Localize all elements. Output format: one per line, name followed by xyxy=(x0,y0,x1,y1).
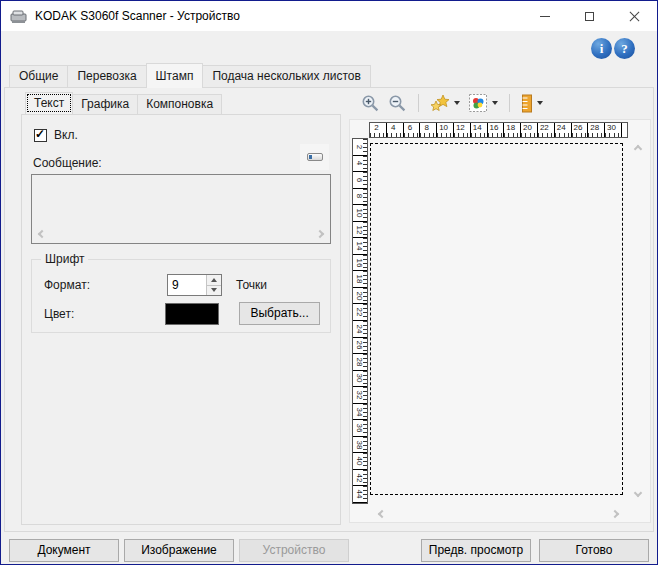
format-spin-buttons xyxy=(206,275,221,295)
ruler-cell: 34 xyxy=(353,404,367,421)
ruler-cell: 12 xyxy=(454,123,471,137)
ruler-icon xyxy=(521,94,533,113)
ruler-cell: 24 xyxy=(555,123,572,137)
enable-checkbox[interactable] xyxy=(34,129,47,142)
help-icon[interactable]: ? xyxy=(614,38,635,59)
vertical-ruler: 2468101214161820222426283032343638404244 xyxy=(352,138,368,504)
tab-general[interactable]: Общие xyxy=(9,65,68,87)
ruler-cell: 8 xyxy=(353,189,367,206)
ruler-cell: 14 xyxy=(471,123,488,137)
scroll-right-button[interactable] xyxy=(313,227,327,241)
scroll-left-button[interactable] xyxy=(35,227,49,241)
device-tabstrip: Общие Перевозка Штамп Подача нескольких … xyxy=(9,65,370,88)
units-ruler-button[interactable] xyxy=(517,92,547,115)
image-button[interactable]: Изображение xyxy=(124,539,234,562)
title-bar: KODAK S3060f Scanner - Устройство xyxy=(1,1,657,31)
preview-source-button[interactable] xyxy=(464,92,502,115)
message-horizontal-scrollbar[interactable] xyxy=(33,227,329,242)
document-button[interactable]: Документ xyxy=(9,539,119,562)
preview-button[interactable]: Предв. просмотр xyxy=(421,539,531,562)
done-button[interactable]: Готово xyxy=(539,539,649,562)
ruler-cell: 20 xyxy=(521,123,538,137)
ruler-cell: 30 xyxy=(353,371,367,388)
ruler-cell: 20 xyxy=(353,288,367,305)
tab-stamp[interactable]: Штамп xyxy=(146,63,204,88)
enable-label: Вкл. xyxy=(54,128,78,142)
zoom-in-button[interactable] xyxy=(357,92,384,115)
enable-row: Вкл. xyxy=(34,128,78,142)
format-label: Формат: xyxy=(44,278,167,292)
maximize-icon xyxy=(585,12,594,21)
choose-color-button[interactable]: Выбрать... xyxy=(239,302,320,325)
minimize-button[interactable] xyxy=(522,1,567,31)
color-row: Цвет: Выбрать... xyxy=(44,302,320,325)
zoom-out-icon xyxy=(388,94,407,113)
arrow-up-icon xyxy=(211,278,217,282)
tab-text[interactable]: Текст xyxy=(25,92,73,114)
ruler-cell: 16 xyxy=(353,255,367,272)
chevron-down-icon xyxy=(492,101,498,105)
spin-down-button[interactable] xyxy=(207,285,221,296)
ruler-cell: 28 xyxy=(588,123,605,137)
chevron-right-icon xyxy=(611,510,619,518)
format-spinner xyxy=(167,274,222,296)
ruler-cell: 26 xyxy=(353,338,367,355)
message-options-button[interactable] xyxy=(300,144,329,170)
scroll-down-button[interactable] xyxy=(631,486,645,500)
chevron-right-icon xyxy=(316,230,324,238)
scroll-up-button[interactable] xyxy=(631,142,645,156)
device-button[interactable]: Устройство xyxy=(239,539,349,562)
chevron-down-icon xyxy=(537,101,543,105)
stamp-selection-rect[interactable] xyxy=(370,143,623,495)
scroll-right-button[interactable] xyxy=(608,507,622,521)
tab-layout[interactable]: Компоновка xyxy=(137,94,222,114)
arrow-down-icon xyxy=(211,288,217,292)
ruler-cell: 4 xyxy=(387,123,404,137)
ruler-cell: 24 xyxy=(353,321,367,338)
window-controls xyxy=(522,1,657,31)
tab-multifeed[interactable]: Подача нескольких листов xyxy=(202,65,370,87)
stamp-presets-button[interactable] xyxy=(426,92,464,115)
stamp-inner-tabstrip: Текст Графика Компоновка xyxy=(25,94,221,115)
ruler-cell: 18 xyxy=(353,271,367,288)
chevron-down-icon xyxy=(634,489,642,497)
message-label: Сообщение: xyxy=(33,156,102,170)
ruler-cell: 40 xyxy=(353,453,367,470)
spin-up-button[interactable] xyxy=(207,275,221,285)
field-button-icon xyxy=(307,153,323,161)
ruler-cell: 10 xyxy=(353,205,367,222)
ruler-cell: 4 xyxy=(353,156,367,173)
ruler-cell: 44 xyxy=(353,486,367,503)
chevron-left-icon xyxy=(378,510,386,518)
preview-horizontal-scrollbar[interactable] xyxy=(369,506,628,522)
ruler-cell: 2 xyxy=(353,139,367,156)
ruler-cell: 42 xyxy=(353,470,367,487)
preview-toolbar xyxy=(357,91,547,115)
ruler-cell: 28 xyxy=(353,354,367,371)
maximize-button[interactable] xyxy=(567,1,612,31)
chevron-down-icon xyxy=(454,101,460,105)
preview-canvas[interactable] xyxy=(369,138,628,504)
format-units-label: Точки xyxy=(236,278,267,292)
format-input[interactable] xyxy=(168,275,206,295)
ruler-cell: 26 xyxy=(572,123,589,137)
close-icon xyxy=(629,11,640,22)
scroll-left-button[interactable] xyxy=(375,507,389,521)
info-icon[interactable]: i xyxy=(591,38,612,59)
ruler-cell: 30 xyxy=(605,123,622,137)
tab-transport[interactable]: Перевозка xyxy=(67,65,146,87)
preview-vertical-scrollbar[interactable] xyxy=(630,138,647,504)
ruler-cell: 36 xyxy=(353,420,367,437)
ruler-cell: 10 xyxy=(437,123,454,137)
message-listbox[interactable] xyxy=(31,174,331,244)
ruler-cell: 32 xyxy=(353,387,367,404)
zoom-out-button[interactable] xyxy=(384,92,411,115)
ruler-cell: 22 xyxy=(353,304,367,321)
font-group: Шрифт Формат: Точки Цвет: Выбрать... xyxy=(31,259,331,333)
color-swatch xyxy=(165,303,219,325)
format-row: Формат: Точки xyxy=(44,274,320,296)
close-button[interactable] xyxy=(612,1,657,31)
color-label: Цвет: xyxy=(44,307,165,321)
tab-graphic[interactable]: Графика xyxy=(72,94,138,114)
chevron-up-icon xyxy=(634,145,642,153)
